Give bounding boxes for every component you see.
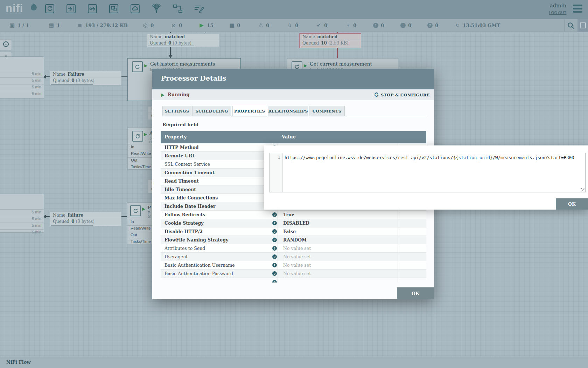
- stat-window-label: 5 min: [0, 91, 44, 97]
- running-icon: ▶: [161, 92, 164, 97]
- property-name: Max Idle Connections: [164, 195, 218, 200]
- property-value: DISABLED: [283, 220, 309, 226]
- property-name: Follow Redirects: [164, 212, 205, 217]
- help-icon[interactable]: ?: [272, 229, 277, 234]
- help-icon[interactable]: ?: [272, 263, 277, 267]
- search-icon[interactable]: [567, 22, 575, 29]
- navigate-palette-button[interactable]: [0, 39, 12, 50]
- property-name: Disable HTTP/2: [164, 229, 203, 234]
- list-icon: ≡: [77, 22, 83, 28]
- label-icon[interactable]: [193, 3, 205, 14]
- processor-icon[interactable]: [44, 3, 56, 14]
- tab-scheduling[interactable]: SCHEDULING: [192, 106, 231, 116]
- stale-icon: ↑: [373, 23, 378, 28]
- help-icon[interactable]: ?: [272, 246, 277, 251]
- property-value: No value set: [283, 254, 311, 259]
- nifi-app: 5 min5 min5 min5 min 5 min5 min5 min5 mi…: [0, 0, 588, 368]
- not-transmitting-icon: ⊘: [171, 22, 176, 28]
- nifi-logo: nifi: [6, 2, 23, 15]
- running-icon: ▶: [144, 132, 147, 137]
- processor-partial[interactable]: 5 min5 min5 min5 min: [0, 194, 44, 233]
- gear-icon: ⚙: [374, 91, 379, 98]
- table-row: Attributes to Send?No value set: [161, 244, 426, 253]
- panel-icon: [580, 22, 586, 28]
- table-row: Cookie Strategy?DISABLED: [161, 219, 426, 227]
- status-sync-failure-count: ?0: [427, 19, 438, 32]
- property-value: No value set: [283, 263, 311, 268]
- resize-handle-icon[interactable]: [581, 188, 584, 191]
- process-group-icon[interactable]: [108, 3, 120, 14]
- help-icon[interactable]: ?: [272, 254, 277, 259]
- property-name: SSL Context Service: [164, 162, 210, 167]
- help-icon[interactable]: ?: [272, 280, 277, 282]
- connection-label-matched-alert[interactable]: Namematched Queued10(2.53 KB): [299, 33, 361, 48]
- input-port-icon[interactable]: [65, 3, 77, 14]
- editor-ok-button[interactable]: OK: [556, 198, 588, 210]
- expression-parameter: station_uuid: [458, 155, 490, 160]
- processor-stats: 5 min5 min5 min5 min: [0, 71, 44, 97]
- connection-label-failure[interactable]: NameFailure Queued0(0 bytes): [50, 71, 121, 86]
- running-icon: ▶: [199, 22, 204, 28]
- required-field-note: Required field: [162, 122, 198, 127]
- stat-window-label: 5 min: [0, 77, 44, 84]
- tab-comments[interactable]: COMMENTS: [309, 106, 345, 116]
- tab-relationships[interactable]: RELATIONSHIPS: [268, 106, 308, 116]
- property-value: No value set: [283, 271, 311, 276]
- property-name: Cookie Strategy: [164, 220, 204, 226]
- status-not-transmitting-count: ⊘0: [171, 19, 182, 32]
- transmitting-icon: ◎: [142, 22, 148, 28]
- running-icon: ▶: [304, 63, 307, 68]
- status-disabled-count: ↯0: [287, 19, 298, 32]
- processor-icon: [130, 205, 141, 216]
- property-name: FlowFile Naming Strategy: [164, 237, 228, 243]
- property-name: Basic Authentication Password: [164, 271, 233, 276]
- logout-link[interactable]: LOG OUT: [549, 11, 566, 15]
- funnel-icon[interactable]: [150, 3, 162, 14]
- running-icon: ▶: [142, 206, 145, 211]
- remote-process-group-icon[interactable]: [129, 3, 141, 14]
- stop-and-configure-button[interactable]: ⚙ STOP & CONFIGURE: [374, 91, 430, 98]
- property-value: RANDOM: [283, 237, 307, 243]
- table-row: Follow Redirects?True: [161, 211, 426, 219]
- stopped-icon: ■: [229, 22, 234, 28]
- breadcrumb[interactable]: NiFi Flow: [6, 360, 31, 365]
- property-name: Connection Timeout: [164, 170, 215, 175]
- locally-modified-stale-icon: !: [400, 23, 406, 28]
- breadcrumb-bar: NiFi Flow: [0, 357, 588, 368]
- invalid-icon: ⚠: [258, 22, 264, 28]
- property-name: Idle Timeout: [164, 187, 196, 192]
- status-refresh-count[interactable]: ↻13:51:03 GMT: [455, 19, 500, 32]
- url-text: ${: [453, 155, 458, 160]
- remote-url-value[interactable]: https://www.pegelonline.wsv.de/webservic…: [285, 155, 574, 160]
- status-stopped-count: ■0: [229, 19, 240, 32]
- status-grid-count: ▦1: [49, 19, 60, 32]
- connection-label-matched[interactable]: Namematched Queued0(0 bytes): [147, 33, 219, 47]
- url-text: }: [490, 155, 493, 160]
- help-icon[interactable]: ?: [272, 212, 277, 217]
- help-icon[interactable]: ?: [272, 271, 277, 276]
- help-icon[interactable]: ?: [272, 238, 277, 242]
- processor-partial[interactable]: 5 min5 min5 min5 min: [0, 56, 44, 98]
- status-transmitting-count: ◎0: [142, 19, 154, 32]
- dialog-header: Processor Details: [152, 69, 434, 89]
- stat-window-label: 5 min: [0, 84, 44, 91]
- template-icon[interactable]: [172, 3, 184, 14]
- flow-status-panel-button[interactable]: [578, 19, 588, 32]
- global-menu-icon[interactable]: [573, 5, 582, 14]
- help-icon[interactable]: ?: [272, 221, 277, 225]
- tab-settings[interactable]: SETTINGS: [162, 106, 191, 116]
- user-area: admin LOG OUT: [549, 2, 566, 15]
- connection-label-failure[interactable]: Namefailure Queued0(0 bytes): [50, 212, 121, 226]
- status-locally-modified-stale-count: !0: [400, 19, 411, 32]
- url-text: /W/measurements.json?start=P30D: [493, 155, 574, 160]
- table-header: Property Value: [161, 131, 426, 143]
- value-editor-textarea[interactable]: 1 https://www.pegelonline.wsv.de/webserv…: [270, 153, 586, 192]
- line-number: 1: [278, 155, 280, 160]
- tab-properties[interactable]: PROPERTIES: [232, 106, 267, 116]
- property-name: Basic Authentication Username: [164, 263, 235, 268]
- property-name: Remote URL: [164, 153, 195, 158]
- output-port-icon[interactable]: [86, 3, 98, 14]
- dialog-ok-button[interactable]: OK: [397, 287, 434, 299]
- status-cubes-count: ▣1 / 1: [9, 19, 29, 32]
- refresh-icon: ↻: [455, 22, 460, 28]
